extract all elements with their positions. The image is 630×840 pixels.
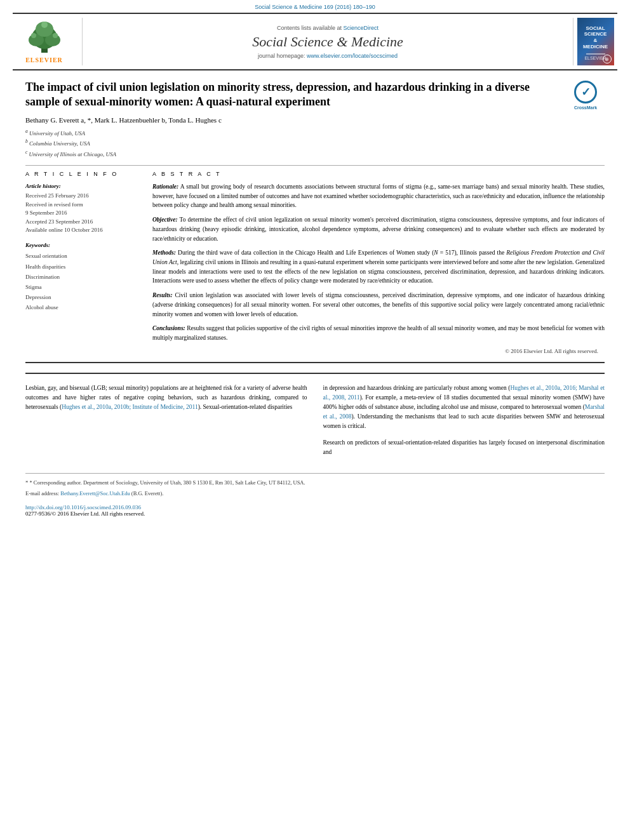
journal-header: ELSEVIER Contents lists available at Sci… bbox=[13, 13, 617, 70]
body-col-2: in depression and hazardous drinking are… bbox=[323, 383, 605, 463]
conclusions-label: Conclusions: bbox=[152, 325, 185, 331]
doi-link[interactable]: http://dx.doi.org/10.1016/j.socscimed.20… bbox=[25, 504, 141, 510]
body-link-2[interactable]: Hughes et al., 2010a, 2016; Marshal et a… bbox=[323, 385, 605, 401]
objective-label: Objective: bbox=[152, 217, 178, 223]
act-title: Religious Freedom Protection and Civil U… bbox=[152, 250, 605, 265]
conclusions-text: Results suggest that policies supportive… bbox=[152, 325, 605, 341]
methods-label: Methods: bbox=[152, 250, 176, 256]
affiliation-c: c University of Illinois at Chicago, USA bbox=[25, 149, 605, 159]
objective-text: To determine the effect of civil union l… bbox=[152, 217, 605, 241]
article-section: The impact of civil union legislation on… bbox=[25, 80, 605, 159]
abstract-objective: Objective: To determine the effect of ci… bbox=[152, 215, 605, 243]
crossmark-label: CrossMark bbox=[574, 105, 597, 110]
keywords-label: Keywords: bbox=[25, 241, 140, 250]
body-link-3[interactable]: Marshal et al., 2008 bbox=[323, 404, 605, 420]
body-section: Lesbian, gay, and bisexual (LGB; sexual … bbox=[25, 373, 605, 463]
keyword-4: Stigma bbox=[25, 282, 140, 292]
body-link-1[interactable]: Hughes et al., 2010a, 2010b; Institute o… bbox=[62, 404, 198, 410]
results-label: Results: bbox=[152, 292, 173, 298]
crossmark-icon: ✓ bbox=[574, 81, 597, 103]
article-title: The impact of civil union legislation on… bbox=[25, 80, 605, 110]
abstract-methods: Methods: During the third wave of data c… bbox=[152, 248, 605, 286]
journal-center-info: Contents lists available at ScienceDirec… bbox=[83, 18, 573, 65]
history-revised-date: 9 September 2016 bbox=[25, 209, 140, 218]
journal-citation-bar: Social Science & Medicine 169 (2016) 180… bbox=[0, 0, 630, 13]
body-para-3: Research on predictors of sexual-orienta… bbox=[323, 438, 605, 457]
footnote-star: * * Corresponding author. Department of … bbox=[25, 479, 605, 487]
svg-point-5 bbox=[31, 33, 36, 38]
affiliation-b: b Columbia University, USA bbox=[25, 138, 605, 148]
journal-title: Social Science & Medicine bbox=[252, 34, 403, 50]
issn-line: 0277-9536/© 2016 Elsevier Ltd. All right… bbox=[25, 510, 605, 517]
elsevier-label: ELSEVIER bbox=[25, 57, 63, 63]
history-received: Received 25 February 2016 bbox=[25, 192, 140, 201]
article-history-block: Article history: Received 25 February 20… bbox=[25, 182, 140, 313]
copyright-line: © 2016 Elsevier Ltd. All rights reserved… bbox=[152, 348, 605, 354]
authors-line: Bethany G. Everett a, *, Mark L. Hatzenb… bbox=[25, 116, 605, 124]
sciencedirect-link[interactable]: ScienceDirect bbox=[344, 25, 379, 31]
keyword-3: Discrimination bbox=[25, 272, 140, 282]
elsevier-logo-area: ELSEVIER bbox=[13, 18, 83, 65]
keyword-6: Alcohol abuse bbox=[25, 302, 140, 312]
rationale-text: A small but growing body of research doc… bbox=[152, 183, 605, 208]
homepage-link[interactable]: www.elsevier.com/locate/socscimed bbox=[307, 53, 398, 59]
body-para-1: Lesbian, gay, and bisexual (LGB; sexual … bbox=[25, 383, 307, 413]
keyword-5: Depression bbox=[25, 292, 140, 302]
homepage-line: journal homepage: www.elsevier.com/locat… bbox=[258, 53, 398, 59]
keywords-list: Sexual orientation Health disparities Di… bbox=[25, 251, 140, 312]
history-revised-label: Received in revised form bbox=[25, 201, 140, 210]
history-group: Article history: Received 25 February 20… bbox=[25, 182, 140, 235]
history-accepted: Accepted 23 September 2016 bbox=[25, 218, 140, 227]
history-available: Available online 10 October 2016 bbox=[25, 226, 140, 235]
email-link[interactable]: Bethany.Everett@Soc.Utah.Edu bbox=[60, 490, 130, 497]
body-two-col: Lesbian, gay, and bisexual (LGB; sexual … bbox=[25, 383, 605, 463]
journal-cover-thumbnail: SOCIALSCIENCE&MEDICINE ELSEVIER ⊕ bbox=[577, 18, 614, 65]
abstract-rationale: Rationale: A small but growing body of r… bbox=[152, 182, 605, 210]
abstract-col: A B S T R A C T Rationale: A small but g… bbox=[152, 171, 605, 354]
doi-line: http://dx.doi.org/10.1016/j.socscimed.20… bbox=[25, 504, 605, 510]
crossmark-badge[interactable]: ✓ CrossMark bbox=[566, 80, 605, 112]
affiliations: a University of Utah, USA b Columbia Uni… bbox=[25, 128, 605, 159]
footnote-area: * * Corresponding author. Department of … bbox=[25, 473, 605, 498]
body-para-2: in depression and hazardous drinking are… bbox=[323, 383, 605, 432]
elsevier-tree-icon bbox=[22, 20, 67, 55]
results-text: Civil union legislation was associated w… bbox=[152, 292, 605, 317]
abstract-conclusions: Conclusions: Results suggest that polici… bbox=[152, 324, 605, 342]
keyword-1: Sexual orientation bbox=[25, 251, 140, 261]
keyword-2: Health disparities bbox=[25, 262, 140, 272]
svg-point-6 bbox=[53, 33, 58, 38]
contents-available-line: Contents lists available at ScienceDirec… bbox=[277, 25, 379, 31]
article-info-abstract-section: A R T I C L E I N F O Article history: R… bbox=[25, 171, 605, 354]
journal-cover-area: SOCIALSCIENCE&MEDICINE ELSEVIER ⊕ bbox=[573, 18, 617, 65]
rationale-label: Rationale: bbox=[152, 183, 178, 190]
svg-point-7 bbox=[41, 22, 48, 28]
abstract-heading: A B S T R A C T bbox=[152, 171, 605, 177]
history-label: Article history: bbox=[25, 182, 140, 191]
article-info-heading: A R T I C L E I N F O bbox=[25, 171, 140, 177]
keywords-group: Keywords: Sexual orientation Health disp… bbox=[25, 241, 140, 313]
affiliation-a: a University of Utah, USA bbox=[25, 128, 605, 138]
body-col-1: Lesbian, gay, and bisexual (LGB; sexual … bbox=[25, 383, 307, 463]
article-info-col: A R T I C L E I N F O Article history: R… bbox=[25, 171, 140, 354]
bottom-links: http://dx.doi.org/10.1016/j.socscimed.20… bbox=[25, 504, 605, 517]
abstract-results: Results: Civil union legislation was ass… bbox=[152, 291, 605, 319]
footnote-email: E-mail address: Bethany.Everett@Soc.Utah… bbox=[25, 490, 605, 498]
